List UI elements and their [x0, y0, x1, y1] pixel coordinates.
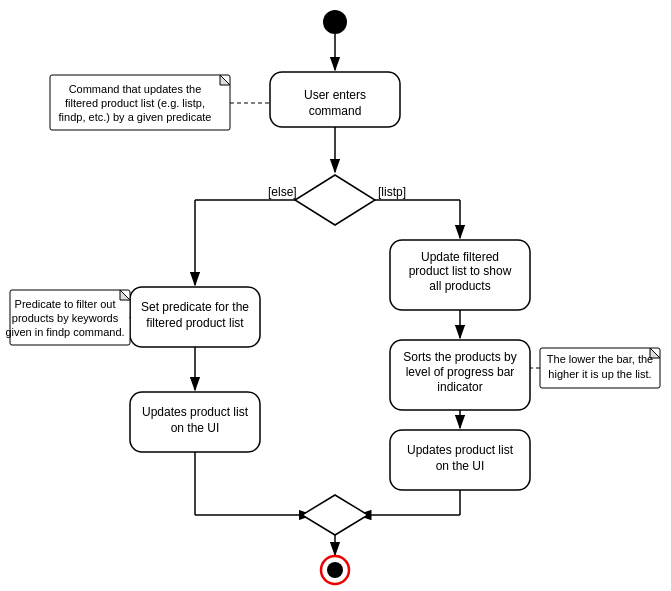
diagram-canvas: User enters command [else] [listp] Updat…	[0, 0, 671, 591]
user-command-label: User enters	[304, 88, 366, 102]
note-command-text2: filtered product list (e.g. listp,	[65, 97, 205, 109]
update-all-label2: product list to show	[409, 264, 512, 278]
update-all-label1: Update filtered	[421, 250, 499, 264]
update-all-label3: all products	[429, 279, 490, 293]
end-node-inner	[327, 562, 343, 578]
note-predicate-text1: Predicate to filter out	[15, 298, 116, 310]
note-predicate-text2: products by keywords	[12, 312, 119, 324]
start-node	[323, 10, 347, 34]
note-command-text3: findp, etc.) by a given predicate	[59, 111, 212, 123]
updates-ui-right-label1: Updates product list	[407, 443, 514, 457]
set-predicate-label2: filtered product list	[146, 316, 244, 330]
user-command-label2: command	[309, 104, 362, 118]
note-predicate-text3: given in findp command.	[5, 326, 124, 338]
note-sort-text1: The lower the bar, the	[547, 353, 653, 365]
updates-ui-left-label1: Updates product list	[142, 405, 249, 419]
else-label: [else]	[268, 185, 297, 199]
sorts-label1: Sorts the products by	[403, 350, 516, 364]
listp-label: [listp]	[378, 185, 406, 199]
decision-node	[295, 175, 375, 225]
note-sort-text2: higher it is up the list.	[548, 368, 651, 380]
set-predicate-label1: Set predicate for the	[141, 300, 249, 314]
merge-node	[302, 495, 368, 535]
updates-ui-right-label2: on the UI	[436, 459, 485, 473]
sorts-label2: level of progress bar	[406, 365, 515, 379]
updates-ui-left-label2: on the UI	[171, 421, 220, 435]
note-command-text1: Command that updates the	[69, 83, 202, 95]
sorts-label3: indicator	[437, 380, 482, 394]
